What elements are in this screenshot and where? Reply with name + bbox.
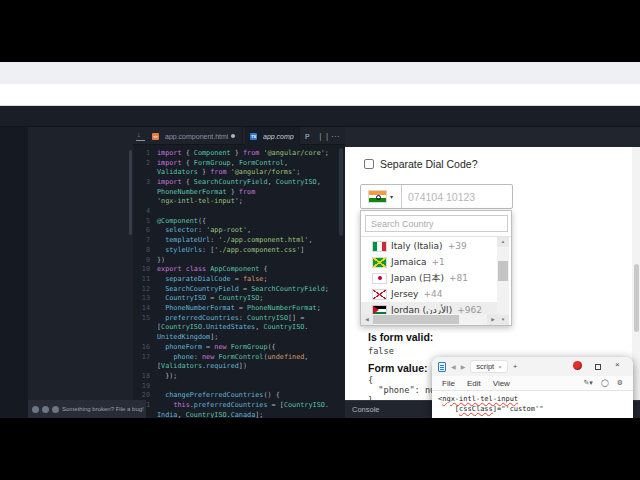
notepad-menu-edit[interactable]: Edit bbox=[467, 379, 481, 388]
tab-right-icon[interactable]: ▶ bbox=[461, 363, 466, 370]
recording-dot bbox=[573, 361, 582, 370]
code-line: 18 }); bbox=[133, 371, 345, 381]
editor-tab-app-component-html[interactable]: <>app.component.html bbox=[147, 127, 243, 145]
dropdown-horizontal-scrollbar[interactable]: ◀ ▶ bbox=[361, 314, 499, 325]
editor-tab-app-compone[interactable]: TSapp.compone bbox=[245, 127, 300, 145]
notepad-code-line: <ngx-intl-tel-input bbox=[438, 395, 518, 403]
code-line: 21 this.preferredCountries = [CountryISO… bbox=[133, 400, 345, 410]
country-name: Jersey bbox=[391, 289, 418, 299]
code-text: changePreferredCountries() { bbox=[157, 391, 280, 399]
notepad-tab[interactable]: script × bbox=[470, 360, 507, 373]
dial-code: +1 bbox=[431, 257, 444, 267]
line-number: 1 bbox=[133, 149, 157, 157]
sidebar-scrollbar[interactable] bbox=[129, 150, 132, 235]
code-line: PhoneNumberFormat } from bbox=[133, 187, 345, 197]
country-selector[interactable]: ▾ bbox=[361, 185, 402, 208]
country-option-jm[interactable]: Jamaica+1 bbox=[361, 254, 499, 270]
screen: ∨ MInbox×nngx-in×Posts×Angul×Ngx In×IN×C… bbox=[0, 0, 640, 480]
letterbox-bottom bbox=[0, 418, 640, 480]
country-name: Italy (Italia) bbox=[391, 241, 443, 251]
code-line: 16 phoneForm = new FormGroup({ bbox=[133, 342, 345, 352]
dropdown-vertical-scrollbar[interactable]: ▲ ▼ bbox=[497, 237, 509, 325]
line-number: 19 bbox=[133, 382, 157, 390]
line-number: 5 bbox=[133, 217, 157, 225]
country-option-it[interactable]: Italy (Italia)+39 bbox=[361, 238, 499, 254]
activity-bar bbox=[0, 127, 28, 418]
scroll-up-icon[interactable]: ▲ bbox=[497, 237, 509, 247]
line-number: 20 bbox=[133, 391, 157, 399]
code-text: @Component({ bbox=[157, 217, 206, 225]
code-text: export class AppComponent { bbox=[157, 265, 268, 273]
prettier-icon[interactable]: P bbox=[305, 133, 310, 140]
scroll-left-icon[interactable]: ◀ bbox=[361, 314, 373, 325]
preview-toolbar bbox=[345, 127, 640, 147]
preview-scrollbar[interactable] bbox=[632, 147, 640, 400]
code-line: Validators } from '@angular/forms'; bbox=[133, 167, 345, 177]
github-icon[interactable] bbox=[42, 406, 49, 413]
code-text: import { Component } from '@angular/core… bbox=[157, 149, 329, 157]
tab-close-icon[interactable]: × bbox=[498, 364, 502, 370]
code-line: 12 SearchCountryField = SearchCountryFie… bbox=[133, 284, 345, 294]
discord-icon[interactable] bbox=[52, 406, 59, 413]
code-line: 10export class AppComponent { bbox=[133, 264, 345, 274]
notepad-close-button[interactable]: × bbox=[615, 360, 620, 369]
editor-tab-label: app.component.html bbox=[165, 133, 228, 140]
code-text: SearchCountryField = SearchCountryField; bbox=[157, 285, 329, 293]
notepad-menu-view[interactable]: View bbox=[493, 379, 510, 388]
form-value-line: { bbox=[368, 375, 373, 385]
code-line: 15 preferredCountries: CountryISO[] = bbox=[133, 313, 345, 323]
code-line: UnitedKingdom]; bbox=[133, 332, 345, 342]
line-number: 4 bbox=[133, 207, 157, 215]
account-icon[interactable]: ◯ bbox=[601, 379, 609, 387]
edit-pencil-icon[interactable]: ✎▾ bbox=[583, 379, 592, 387]
browser-tab-strip bbox=[0, 62, 640, 84]
browser-toolbar bbox=[0, 84, 640, 106]
code-line: 5@Component({ bbox=[133, 216, 345, 226]
country-search-input[interactable]: Search Country bbox=[365, 215, 508, 232]
country-option-je[interactable]: Jersey+44 bbox=[361, 286, 499, 302]
is-form-valid-value: false bbox=[368, 346, 394, 356]
scroll-right-icon[interactable]: ▶ bbox=[487, 314, 499, 325]
html-file-icon: <> bbox=[152, 133, 159, 140]
split-editor-icon[interactable]: ❘❘ bbox=[317, 132, 330, 141]
jm-flag-icon bbox=[373, 258, 386, 267]
code-line: India, CountryISO.Canada]; bbox=[133, 410, 345, 418]
editor-more-icon[interactable]: ⋯ bbox=[331, 132, 339, 141]
code-text: import { FormGroup, FormControl, bbox=[157, 159, 288, 167]
country-dropdown: Search Country Italy (Italia)+39Jamaica+… bbox=[360, 210, 512, 326]
line-number: 18 bbox=[133, 372, 157, 380]
notepad-title-bar[interactable]: ◀ ▶ script × + bbox=[432, 357, 633, 376]
horizontal-scroll-thumb[interactable] bbox=[373, 315, 459, 324]
code-text: import { SearchCountryField, CountryISO, bbox=[157, 178, 321, 186]
notepad-menu-file[interactable]: File bbox=[442, 379, 455, 388]
je-flag-icon bbox=[373, 290, 386, 299]
phone-placeholder: 074104 10123 bbox=[408, 191, 475, 203]
code-line: [Validators.required]) bbox=[133, 361, 345, 371]
notepad-window[interactable]: ◀ ▶ script × + × FileEditView ✎▾ ◯ ⚙ <ng… bbox=[432, 357, 633, 418]
tab-left-icon[interactable]: ◀ bbox=[451, 363, 456, 370]
country-option-jp[interactable]: Japan (日本)+81 bbox=[361, 270, 499, 286]
file-a-bug-link[interactable]: Something broken? File a bug! bbox=[62, 406, 144, 412]
twitter-icon[interactable] bbox=[32, 406, 39, 413]
ts-file-icon: TS bbox=[250, 133, 257, 140]
notepad-maximize-button[interactable] bbox=[595, 364, 601, 370]
editor-scrollbar[interactable] bbox=[339, 148, 343, 236]
code-text: styleUrls: ['./app.component.css'] bbox=[157, 246, 304, 254]
separate-dial-code-checkbox[interactable] bbox=[364, 159, 374, 169]
vertical-scroll-thumb[interactable] bbox=[498, 261, 508, 281]
letterbox-top bbox=[0, 0, 640, 62]
notepad-code-line: [cssClass]="'custom'" bbox=[438, 405, 543, 413]
phone-input[interactable]: ▾ 074104 10123 bbox=[360, 184, 513, 209]
notepad-settings-icon[interactable]: ⚙ bbox=[617, 379, 623, 387]
code-line: 8 styleUrls: ['./app.component.css'] bbox=[133, 245, 345, 255]
line-number: 14 bbox=[133, 304, 157, 312]
code-text: [Validators.required]) bbox=[157, 362, 247, 370]
code-editor[interactable]: ↓ <>app.component.htmlTSapp.compone P ❘❘… bbox=[133, 127, 345, 418]
notepad-new-tab-icon[interactable]: + bbox=[513, 362, 518, 371]
notepad-menu-bar: FileEditView ✎▾ ◯ ⚙ bbox=[432, 376, 633, 391]
download-project-icon[interactable]: ↓ bbox=[137, 132, 145, 139]
dial-code: +44 bbox=[423, 289, 442, 299]
line-number: 7 bbox=[133, 236, 157, 244]
console-label: Console bbox=[352, 405, 380, 414]
code-line: 'ngx-intl-tel-input'; bbox=[133, 197, 345, 207]
